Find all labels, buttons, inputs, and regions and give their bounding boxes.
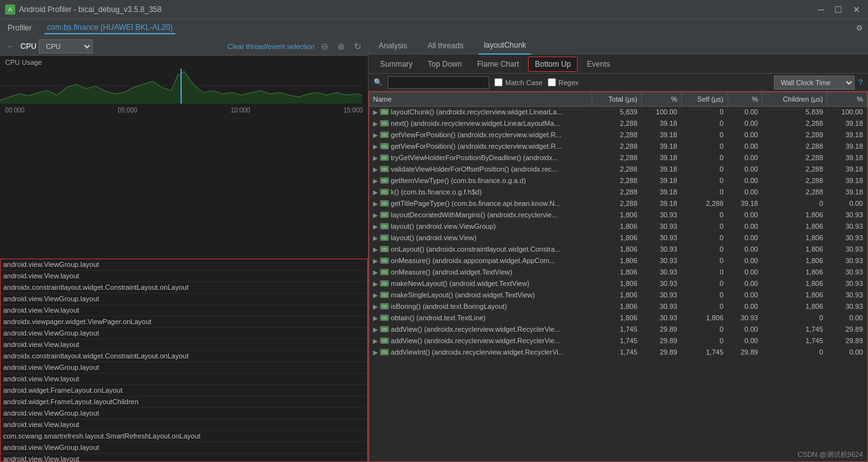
expand-icon[interactable]: ▶: [373, 326, 378, 333]
zoom-out-icon[interactable]: ⊖: [318, 41, 331, 51]
match-case-checkbox-label[interactable]: Match Case: [494, 78, 543, 86]
expand-icon[interactable]: ▶: [373, 246, 378, 253]
expand-icon[interactable]: ▶: [373, 269, 378, 276]
table-row[interactable]: ▶ m onMeasure() (android.widget.TextView…: [369, 266, 867, 278]
expand-icon[interactable]: ▶: [373, 200, 378, 207]
reset-zoom-icon[interactable]: ↻: [351, 41, 364, 51]
call-tree-row[interactable]: android.view.ViewGroup.layout: [1, 328, 367, 339]
menu-tab-active[interactable]: com.bs.finance (HUAWEI BKL-AL20): [44, 22, 175, 34]
expand-icon[interactable]: ▶: [373, 177, 378, 184]
table-cell-children-pct: 100.00: [827, 106, 867, 118]
cpu-chart[interactable]: [0, 69, 368, 107]
regex-checkbox-label[interactable]: Regex: [548, 78, 579, 86]
table-row[interactable]: ▶ m onLayout() (androidx.constraintlayou…: [369, 243, 867, 255]
table-row[interactable]: ▶ m next() (androidx.recyclerview.widget…: [369, 118, 867, 129]
call-tree-row[interactable]: android.view.ViewGroup.layout: [1, 442, 367, 454]
table-cell-total-pct: 39.18: [642, 163, 682, 175]
match-case-checkbox[interactable]: [494, 78, 503, 86]
call-tree-row[interactable]: android.widget.FrameLayout.layoutChildre…: [1, 397, 367, 408]
expand-icon[interactable]: ▶: [373, 132, 378, 139]
call-tree-row[interactable]: android.view.ViewGroup.layout: [1, 408, 367, 419]
expand-icon[interactable]: ▶: [373, 154, 378, 161]
call-tree-row[interactable]: android.view.View.layout: [1, 305, 367, 316]
table-row[interactable]: ▶ m onMeasure() (androidx.appcompat.widg…: [369, 255, 867, 266]
expand-icon[interactable]: ▶: [373, 109, 378, 116]
expand-icon[interactable]: ▶: [373, 315, 378, 322]
table-row[interactable]: ▶ m isBoring() (android.text.BoringLayou…: [369, 301, 867, 312]
table-cell-total: 1,806: [592, 243, 642, 255]
call-tree-row[interactable]: android.view.ViewGroup.layout: [1, 294, 367, 305]
expand-icon[interactable]: ▶: [373, 257, 378, 264]
table-row[interactable]: ▶ m getViewForPosition() (androidx.recyc…: [369, 129, 867, 140]
expand-icon[interactable]: ▶: [373, 223, 378, 230]
table-cell-children-pct: 29.89: [827, 323, 867, 335]
table-cell-name: ▶ m addView() (androidx.recyclerview.wid…: [369, 323, 592, 335]
sub-tab-events[interactable]: Events: [580, 57, 616, 71]
expand-icon[interactable]: ▶: [373, 337, 378, 344]
call-tree-row[interactable]: com.scwang.smartrefresh.layout.SmartRefr…: [1, 431, 367, 442]
table-cell-self-pct: 0.00: [728, 335, 762, 346]
expand-icon[interactable]: ▶: [373, 166, 378, 173]
call-tree-row[interactable]: android.view.ViewGroup.layout: [1, 259, 367, 271]
expand-icon[interactable]: ▶: [373, 234, 378, 241]
table-row[interactable]: ▶ m makeNewLayout() (android.widget.Text…: [369, 278, 867, 289]
sub-tab-flame-chart[interactable]: Flame Chart: [471, 57, 526, 71]
cpu-dropdown[interactable]: CPU Memory Network Energy: [39, 39, 93, 53]
maximize-button[interactable]: ☐: [832, 4, 845, 15]
expand-icon[interactable]: ▶: [373, 143, 378, 150]
expand-icon[interactable]: ▶: [373, 292, 378, 299]
sub-tab-top-down[interactable]: Top Down: [421, 57, 468, 71]
search-input[interactable]: [388, 76, 489, 89]
function-name: getViewForPosition() (androidx.recyclerv…: [391, 142, 562, 150]
table-row[interactable]: ▶ m layout() (android.view.ViewGroup) 1,…: [369, 221, 867, 232]
call-tree-row[interactable]: android.view.View.layout: [1, 419, 367, 431]
expand-icon[interactable]: ▶: [373, 189, 378, 196]
menu-item-profiler[interactable]: Profiler: [5, 22, 34, 34]
table-row[interactable]: ▶ m layout() (android.view.View) 1,80630…: [369, 232, 867, 243]
table-cell-name: ▶ m tryGetViewHolderForPositionByDeadlin…: [369, 152, 592, 163]
tab-analysis[interactable]: Analysis: [374, 37, 412, 55]
regex-checkbox[interactable]: [548, 78, 556, 86]
call-tree-row[interactable]: androidx.constraintlayout.widget.Constra…: [1, 351, 367, 362]
table-cell-total: 2,288: [592, 163, 642, 175]
table-row[interactable]: ▶ m makeSingleLayout() (android.widget.T…: [369, 289, 867, 301]
expand-icon[interactable]: ▶: [373, 212, 378, 219]
table-row[interactable]: ▶ m layoutDecoratedWithMargins() (androi…: [369, 209, 867, 221]
table-row[interactable]: ▶ m getViewForPosition() (androidx.recyc…: [369, 140, 867, 152]
help-icon[interactable]: ?: [858, 78, 863, 87]
table-row[interactable]: ▶ m k() (com.bs.finance.o.g.f.h$d) 2,288…: [369, 186, 867, 198]
expand-icon[interactable]: ▶: [373, 120, 378, 127]
wall-clock-dropdown[interactable]: Wall Clock Time Thread Time: [774, 76, 855, 90]
table-row[interactable]: ▶ m tryGetViewHolderForPositionByDeadlin…: [369, 152, 867, 163]
expand-icon[interactable]: ▶: [373, 303, 378, 310]
table-row[interactable]: ▶ m getItemViewType() (com.bs.finance.o.…: [369, 175, 867, 186]
call-tree-row[interactable]: androidx.viewpager.widget.ViewPager.onLa…: [1, 316, 367, 328]
call-tree-row[interactable]: android.widget.FrameLayout.onLayout: [1, 385, 367, 397]
call-tree-row[interactable]: android.view.View.layout: [1, 374, 367, 385]
table-row[interactable]: ▶ m addView() (androidx.recyclerview.wid…: [369, 335, 867, 346]
table-row[interactable]: ▶ m validateViewHolderForOffsetPosition(…: [369, 163, 867, 175]
call-tree-row[interactable]: android.view.View.layout: [1, 271, 367, 282]
clear-selection-button[interactable]: Clear thread/event selection: [227, 43, 315, 50]
tab-all-threads[interactable]: All threads: [423, 37, 469, 55]
call-tree-row[interactable]: android.view.View.layout: [1, 339, 367, 351]
table-row[interactable]: ▶ m getTitlePageType() (com.bs.finance.a…: [369, 198, 867, 209]
close-button[interactable]: ✕: [850, 4, 863, 15]
back-button[interactable]: ←: [4, 40, 17, 53]
settings-icon[interactable]: ⚙: [856, 24, 863, 32]
call-tree-row[interactable]: androidx.constraintlayout.widget.Constra…: [1, 282, 367, 294]
tab-layout-chunk[interactable]: layoutChunk: [478, 37, 531, 55]
table-row[interactable]: ▶ m addView() (androidx.recyclerview.wid…: [369, 323, 867, 335]
expand-icon[interactable]: ▶: [373, 349, 378, 356]
table-row[interactable]: ▶ m obtain() (android.text.TextLine) 1,8…: [369, 312, 867, 323]
call-tree-row[interactable]: android.view.ViewGroup.layout: [1, 362, 367, 374]
minimize-button[interactable]: ─: [815, 4, 827, 15]
table-cell-total: 1,745: [592, 323, 642, 335]
table-row[interactable]: ▶ m addViewInt() (androidx.recyclerview.…: [369, 346, 867, 358]
sub-tab-summary[interactable]: Summary: [374, 57, 419, 71]
zoom-in-icon[interactable]: ⊕: [335, 41, 348, 51]
call-tree-row[interactable]: android.view.View.layout: [1, 454, 367, 463]
sub-tab-bottom-up[interactable]: Bottom Up: [528, 57, 578, 72]
expand-icon[interactable]: ▶: [373, 280, 378, 287]
table-row[interactable]: ▶ m layoutChunk() (androidx.recyclerview…: [369, 106, 867, 118]
